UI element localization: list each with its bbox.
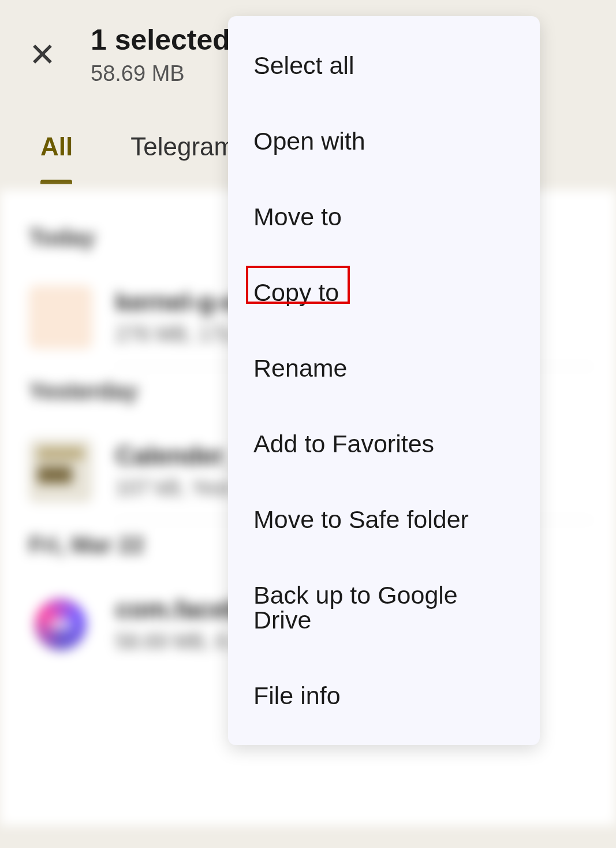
menu-rename[interactable]: Rename xyxy=(228,330,540,406)
close-icon[interactable]: ✕ xyxy=(29,39,56,71)
file-thumbnail xyxy=(29,285,92,349)
selection-count: 1 selected xyxy=(91,23,230,57)
menu-backup-drive[interactable]: Back up to Google Drive xyxy=(228,557,540,658)
header-text: 1 selected 58.69 MB xyxy=(91,23,230,86)
menu-select-all[interactable]: Select all xyxy=(228,28,540,103)
menu-add-favorites[interactable]: Add to Favorites xyxy=(228,406,540,482)
file-thumbnail xyxy=(29,439,92,503)
file-thumbnail xyxy=(35,598,87,650)
menu-move-safe-folder[interactable]: Move to Safe folder xyxy=(228,482,540,557)
menu-move-to[interactable]: Move to xyxy=(228,179,540,255)
tab-all[interactable]: All xyxy=(40,132,73,161)
context-menu: Select all Open with Move to Copy to Ren… xyxy=(228,16,540,745)
tab-telegram[interactable]: Telegram xyxy=(130,132,235,161)
menu-file-info[interactable]: File info xyxy=(228,658,540,734)
menu-open-with[interactable]: Open with xyxy=(228,103,540,179)
selection-size: 58.69 MB xyxy=(91,61,230,86)
menu-copy-to[interactable]: Copy to xyxy=(228,255,540,330)
